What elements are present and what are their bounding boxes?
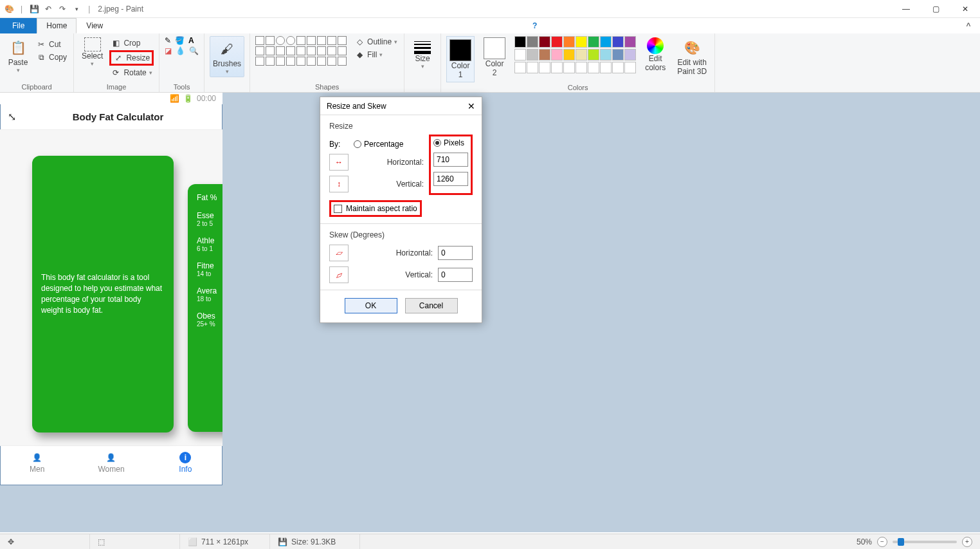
group-label-tools: Tools [174, 82, 190, 91]
resize-skew-dialog: Resize and Skew ✕ Resize By: Percentage … [320, 97, 482, 323]
radio-percentage[interactable]: Percentage [354, 140, 424, 149]
paint-app-icon: 🎨 [4, 4, 14, 14]
copy-button[interactable]: ⧉Copy [35, 51, 68, 63]
paste-icon: 📋 [8, 37, 28, 58]
selection-icon: ⬚ [98, 537, 105, 546]
group-label-brushes [226, 82, 228, 91]
canvas[interactable]: 📶 🔋 00:00 ⤡ Body Fat Calculator This bod… [0, 93, 222, 485]
dialog-title: Resize and Skew [327, 102, 386, 111]
group-image: Select ▾ ◧Crop ⤢Resize ⟳Rotate ▾ Image [74, 33, 159, 92]
size-icon [414, 37, 431, 54]
battery-icon: 🔋 [183, 94, 193, 103]
skew-vertical-input[interactable] [438, 268, 473, 282]
rotate-icon: ⟳ [111, 68, 121, 78]
save-icon[interactable]: 💾 [29, 4, 39, 14]
color1-button[interactable]: Color 1 [446, 36, 475, 82]
shapes-gallery[interactable] [255, 36, 347, 66]
color2-button[interactable]: Color 2 [481, 36, 508, 79]
help-icon[interactable]: ? [527, 18, 543, 33]
resize-vertical-input[interactable] [433, 172, 468, 186]
zoom-value: 50% [857, 537, 872, 546]
bucket-icon[interactable]: 🪣 [175, 36, 185, 45]
group-label-clipboard: Clipboard [21, 82, 51, 91]
cut-button[interactable]: ✂Cut [35, 39, 68, 50]
dimensions-icon: ⬜ [188, 537, 197, 546]
phone-body: This body fat calculator is a tool desig… [0, 130, 222, 445]
maintain-aspect-label: Maintain aspect ratio [346, 204, 417, 213]
paint3d-button[interactable]: 🎨 Edit with Paint 3D [675, 36, 709, 77]
maximize-button[interactable]: ▢ [921, 0, 950, 18]
shape-outline-button[interactable]: ◇Outline ▾ [353, 36, 399, 48]
dialog-titlebar[interactable]: Resize and Skew ✕ [320, 97, 482, 115]
magnifier-icon[interactable]: 🔍 [189, 46, 199, 55]
rotate-button[interactable]: ⟳Rotate ▾ [109, 67, 154, 79]
pencil-icon[interactable]: ✎ [165, 36, 171, 45]
shape-fill-button[interactable]: ◆Fill ▾ [353, 49, 399, 60]
undo-icon[interactable]: ↶ [43, 4, 53, 14]
close-button[interactable]: ✕ [950, 0, 980, 18]
copy-icon: ⧉ [36, 52, 46, 62]
cancel-button[interactable]: Cancel [405, 298, 458, 313]
status-selection: ⬚ [90, 534, 180, 549]
crop-icon: ◧ [111, 38, 121, 48]
info-card-2: Fat %Esse2 to 5Athle6 to 1Fitne14 toAver… [188, 184, 222, 432]
tab-home[interactable]: Home [37, 18, 77, 33]
resize-icon: ⤢ [113, 53, 123, 63]
color-palette[interactable] [514, 36, 636, 48]
paste-button[interactable]: 📋 Paste ▾ [5, 36, 31, 75]
edit-colors-icon [647, 37, 664, 54]
zoom-out-button[interactable]: − [877, 537, 887, 547]
info-icon: i [179, 452, 191, 463]
phone-header: ⤡ Body Fat Calculator [0, 104, 222, 130]
disk-icon: 💾 [278, 537, 287, 546]
phone-tab-men[interactable]: 👤Men [0, 446, 74, 479]
group-shapes: ◇Outline ▾ ◆Fill ▾ Shapes [250, 33, 404, 92]
color2-well [484, 37, 505, 59]
tab-file[interactable]: File [0, 18, 37, 33]
title-bar: 🎨 | 💾 ↶ ↷ ▾ | 2.jpeg - Paint — ▢ ✕ [0, 0, 980, 18]
resize-horizontal-input[interactable] [433, 153, 468, 167]
minimize-button[interactable]: — [891, 0, 921, 18]
status-bar: ✥ ⬚ ⬜711 × 1261px 💾Size: 91.3KB 50% − + [0, 534, 980, 549]
cut-icon: ✂ [36, 39, 46, 50]
select-icon [84, 37, 101, 51]
eraser-icon[interactable]: ◪ [165, 46, 172, 55]
ribbon-tabs: File Home View ? ^ [0, 18, 980, 33]
zoom-slider[interactable] [893, 541, 957, 543]
resize-section-label: Resize [329, 122, 473, 131]
crop-button[interactable]: ◧Crop [109, 37, 154, 49]
resize-button[interactable]: ⤢Resize [109, 50, 154, 66]
ribbon: 📋 Paste ▾ ✂Cut ⧉Copy Clipboard Select ▾ … [0, 33, 980, 93]
shuffle-icon: ⤡ [8, 111, 16, 123]
ok-button[interactable]: OK [345, 298, 397, 313]
dialog-close-button[interactable]: ✕ [467, 101, 475, 111]
picker-icon[interactable]: 💧 [176, 46, 185, 55]
resize-h-icon: ↔ [329, 154, 349, 171]
document-title: 2.jpeg - Paint [98, 5, 143, 14]
group-size: Size ▾ [404, 33, 441, 92]
phone-title: Body Fat Calculator [21, 111, 215, 122]
text-icon[interactable]: A [188, 36, 194, 45]
skew-section-label: Skew (Degrees) [329, 230, 473, 239]
select-button[interactable]: Select ▾ [79, 36, 105, 68]
skew-horizontal-input[interactable] [438, 246, 473, 260]
canvas-workspace[interactable]: 📶 🔋 00:00 ⤡ Body Fat Calculator This bod… [0, 93, 980, 532]
color-palette-custom[interactable] [514, 62, 636, 73]
color-palette-2[interactable] [514, 49, 636, 60]
status-cursor-pos: ✥ [0, 534, 90, 549]
redo-icon[interactable]: ↷ [57, 4, 68, 14]
status-filesize: 💾Size: 91.3KB [270, 534, 360, 549]
phone-statusbar: 📶 🔋 00:00 [0, 93, 222, 104]
tab-view[interactable]: View [77, 18, 113, 33]
size-button[interactable]: Size ▾ [410, 36, 435, 71]
zoom-in-button[interactable]: + [962, 537, 972, 547]
edit-colors-button[interactable]: Edit colors [642, 36, 668, 73]
qat-dropdown-icon[interactable]: ▾ [71, 4, 82, 14]
radio-pixels[interactable]: Pixels [433, 138, 464, 147]
maintain-aspect-checkbox[interactable] [334, 205, 342, 213]
ribbon-collapse-icon[interactable]: ^ [961, 18, 976, 33]
group-label-image: Image [107, 82, 127, 91]
phone-tab-info[interactable]: iInfo [149, 446, 222, 479]
phone-tab-women[interactable]: 👤Women [74, 446, 148, 479]
brushes-button[interactable]: 🖌 Brushes ▾ [210, 36, 244, 77]
